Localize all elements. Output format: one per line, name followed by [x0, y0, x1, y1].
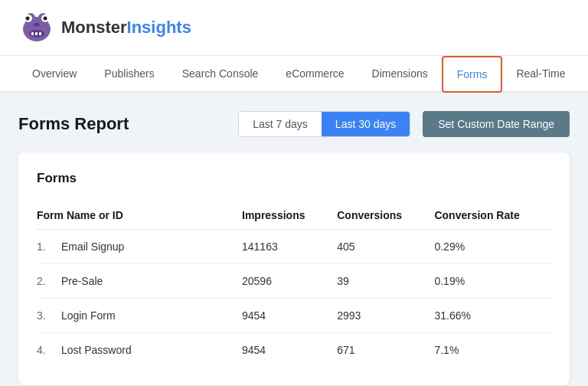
- last-7-days-button[interactable]: Last 7 days: [239, 112, 322, 136]
- cell-conversions-2: 2993: [331, 299, 428, 333]
- cell-rate-3: 7.1%: [428, 333, 551, 368]
- main-nav: Overview Publishers Search Console eComm…: [0, 56, 588, 93]
- row-number-3: 4.: [37, 344, 52, 356]
- nav-item-ecommerce[interactable]: eCommerce: [272, 57, 358, 92]
- row-number-2: 3.: [37, 309, 52, 322]
- brand-name: MonsterInsights: [61, 18, 191, 38]
- table-row: 3. Login Form 9454 2993 31.66%: [37, 299, 551, 333]
- report-title: Forms Report: [18, 114, 226, 134]
- logo-icon: [18, 9, 55, 46]
- header: MonsterInsights: [0, 0, 588, 56]
- main-content: Forms Report Last 7 days Last 30 days Se…: [0, 93, 588, 386]
- row-number-1: 2.: [37, 275, 52, 287]
- table-row: 4. Lost Password 9454 671 7.1%: [37, 333, 551, 368]
- form-name-2: Login Form: [61, 309, 116, 322]
- logo-area: MonsterInsights: [18, 9, 191, 46]
- cell-name-3: 4. Lost Password: [37, 333, 236, 368]
- form-name-3: Lost Password: [61, 344, 132, 356]
- col-header-name: Form Name or ID: [37, 201, 236, 230]
- nav-item-forms[interactable]: Forms: [442, 56, 503, 93]
- cell-impressions-1: 20596: [236, 264, 331, 299]
- form-name-0: Email Signup: [61, 240, 125, 253]
- form-name-1: Pre-Sale: [61, 275, 103, 287]
- cell-conversions-0: 405: [331, 230, 428, 264]
- cell-rate-0: 0.29%: [428, 230, 551, 264]
- row-number-0: 1.: [37, 240, 52, 253]
- svg-point-4: [26, 17, 30, 21]
- forms-card: Forms Form Name or ID Impressions Conver…: [18, 152, 570, 385]
- cell-impressions-0: 141163: [236, 230, 331, 264]
- cell-impressions-2: 9454: [236, 299, 331, 333]
- cell-name-2: 3. Login Form: [37, 299, 236, 333]
- svg-rect-8: [31, 32, 34, 35]
- table-row: 2. Pre-Sale 20596 39 0.19%: [37, 264, 551, 299]
- forms-card-title: Forms: [37, 171, 551, 186]
- table-row: 1. Email Signup 141163 405 0.29%: [37, 230, 551, 264]
- svg-rect-9: [35, 32, 38, 35]
- col-header-conversions: Conversions: [331, 201, 428, 230]
- last-30-days-button[interactable]: Last 30 days: [322, 112, 410, 136]
- cell-name-0: 1. Email Signup: [37, 230, 236, 264]
- cell-conversions-1: 39: [331, 264, 428, 299]
- nav-item-overview[interactable]: Overview: [18, 57, 90, 92]
- cell-name-1: 2. Pre-Sale: [37, 264, 236, 299]
- nav-item-dimensions[interactable]: Dimensions: [358, 57, 442, 92]
- col-header-rate: Conversion Rate: [428, 201, 551, 230]
- svg-rect-10: [39, 32, 41, 35]
- nav-item-realtime[interactable]: Real-Time: [502, 57, 579, 92]
- cell-impressions-3: 9454: [236, 333, 331, 368]
- nav-item-search-console[interactable]: Search Console: [168, 57, 273, 92]
- forms-table: Form Name or ID Impressions Conversions …: [37, 201, 551, 367]
- date-range-group: Last 7 days Last 30 days: [238, 111, 410, 137]
- table-header-row: Form Name or ID Impressions Conversions …: [37, 201, 551, 230]
- custom-date-button[interactable]: Set Custom Date Range: [423, 111, 570, 137]
- cell-rate-2: 31.66%: [428, 299, 551, 333]
- col-header-impressions: Impressions: [236, 201, 331, 230]
- nav-item-publishers[interactable]: Publishers: [90, 57, 168, 92]
- svg-point-6: [44, 17, 47, 21]
- svg-point-11: [34, 23, 40, 27]
- cell-rate-1: 0.19%: [428, 264, 551, 299]
- cell-conversions-3: 671: [331, 333, 428, 368]
- report-header: Forms Report Last 7 days Last 30 days Se…: [18, 111, 570, 137]
